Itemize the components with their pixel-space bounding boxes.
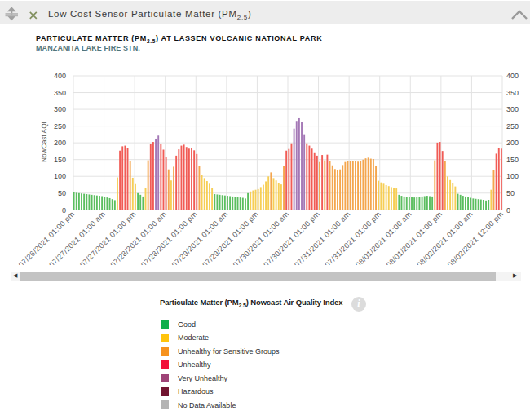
svg-text:150: 150 (54, 156, 66, 164)
svg-text:300: 300 (54, 105, 66, 113)
svg-text:07/28/2021 01:00 am: 07/28/2021 01:00 am (109, 210, 169, 265)
svg-text:07/30/2021 01:00 pm: 07/30/2021 01:00 pm (262, 210, 321, 265)
svg-text:07/29/2021 01:00 am: 07/29/2021 01:00 am (170, 210, 230, 265)
svg-text:08/01/2021 01:00 pm: 08/01/2021 01:00 pm (385, 210, 444, 265)
svg-text:150: 150 (506, 156, 519, 164)
svg-text:07/28/2021 01:00 pm: 07/28/2021 01:00 pm (139, 210, 199, 265)
svg-text:50: 50 (58, 189, 66, 197)
svg-text:0: 0 (506, 206, 510, 214)
svg-text:07/27/2021 01:00 pm: 07/27/2021 01:00 pm (78, 210, 138, 265)
svg-text:0: 0 (62, 206, 66, 214)
svg-text:350: 350 (506, 89, 519, 97)
svg-text:200: 200 (506, 139, 519, 147)
svg-text:100: 100 (54, 172, 66, 180)
svg-text:400: 400 (506, 72, 519, 80)
svg-text:350: 350 (54, 89, 66, 97)
svg-text:07/31/2021 01:00 am: 07/31/2021 01:00 am (293, 210, 352, 265)
svg-text:08/01/2021 01:00 am: 08/01/2021 01:00 am (354, 210, 413, 265)
svg-text:400: 400 (54, 72, 66, 80)
svg-text:08/02/2021 01:00 am: 08/02/2021 01:00 am (415, 210, 475, 265)
svg-text:200: 200 (54, 139, 66, 147)
svg-text:NowCast AQI: NowCast AQI (40, 122, 48, 162)
svg-text:250: 250 (54, 122, 66, 130)
svg-text:08/02/2021 12:00 pm: 08/02/2021 12:00 pm (446, 210, 506, 265)
svg-text:07/29/2021 01:00 pm: 07/29/2021 01:00 pm (201, 210, 260, 265)
svg-text:07/31/2021 01:00 pm: 07/31/2021 01:00 pm (324, 210, 383, 265)
svg-text:07/30/2021 01:00 am: 07/30/2021 01:00 am (232, 210, 291, 265)
svg-text:07/26/2021 01:00 pm: 07/26/2021 01:00 pm (17, 210, 77, 265)
svg-text:100: 100 (506, 172, 519, 180)
svg-text:50: 50 (506, 189, 515, 197)
svg-text:250: 250 (506, 122, 519, 130)
svg-text:07/27/2021 01:00 am: 07/27/2021 01:00 am (47, 210, 107, 265)
svg-text:300: 300 (506, 105, 519, 113)
